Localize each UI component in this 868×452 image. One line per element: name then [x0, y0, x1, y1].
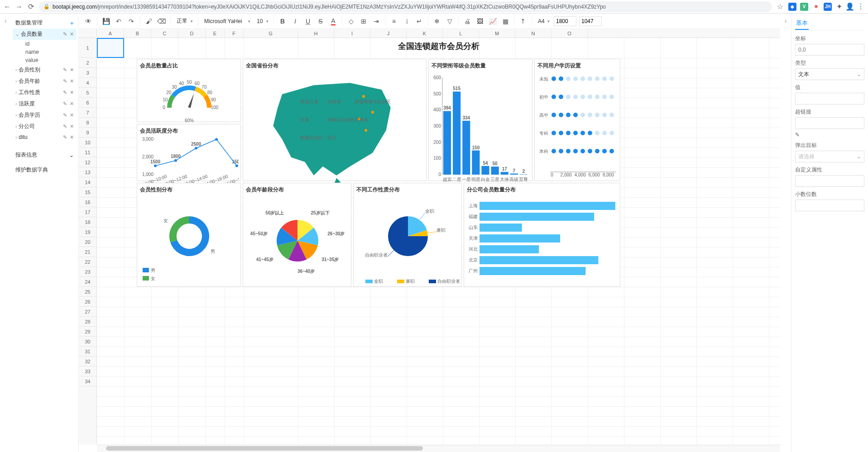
clear-format-icon[interactable]: ⌫ [157, 16, 167, 26]
font-select[interactable]: Microsoft YaHei [202, 16, 252, 26]
row-header[interactable]: 13 [79, 167, 96, 177]
url-bar[interactable]: 🔒 bootapi.jeecg.com/jmreport/index/13398… [39, 1, 772, 12]
col-header[interactable]: H [298, 29, 334, 38]
vue-ext-icon[interactable]: V [800, 3, 808, 11]
row-header[interactable]: 10 [79, 138, 96, 147]
row-header[interactable]: 8 [79, 118, 96, 128]
row-header[interactable]: 18 [79, 217, 96, 227]
dataset-field[interactable]: value [13, 56, 77, 64]
col-header[interactable]: O [551, 29, 588, 38]
row-header[interactable]: 6 [79, 98, 96, 108]
save-icon[interactable]: 💾 [101, 16, 111, 26]
row-header[interactable]: 15 [79, 187, 96, 197]
row-header[interactable]: 25 [79, 287, 96, 297]
font-size-select[interactable]: 10 [254, 16, 270, 26]
row-header[interactable]: 26 [79, 297, 96, 307]
align-v-icon[interactable]: ⫶ [402, 16, 412, 26]
chart-branch[interactable]: 分公司会员数量分布 上海福建山东天津河北北京广州 [464, 183, 620, 287]
row-header[interactable]: 34 [79, 376, 96, 386]
dataset-item[interactable]: ›会员年龄✎✕ [13, 76, 77, 87]
format-painter-icon[interactable]: 🖌 [144, 16, 154, 26]
dataset-item[interactable]: ›会员性别✎✕ [13, 64, 77, 76]
col-header[interactable]: G [244, 29, 298, 38]
fill-color-icon[interactable]: ◇ [346, 16, 356, 26]
edit-link-icon[interactable]: ✎ [795, 132, 864, 138]
collapse-right-icon[interactable]: › [780, 14, 791, 452]
row-header[interactable]: 5 [79, 88, 96, 98]
col-header[interactable]: E [206, 29, 225, 38]
image-icon[interactable]: 🖼 [475, 16, 485, 26]
coord-input[interactable] [795, 44, 864, 56]
col-header[interactable]: M [479, 29, 515, 38]
dataset-field[interactable]: id [13, 40, 77, 48]
row-header[interactable]: 22 [79, 257, 96, 267]
horizontal-scrollbar[interactable] [97, 445, 780, 452]
row-header[interactable]: 9 [79, 128, 96, 138]
row-header[interactable]: 1 [79, 38, 96, 58]
dataset-item-selected[interactable]: ⌄会员数量 ✎✕ [13, 29, 77, 40]
merge-icon[interactable]: ⇥ [371, 16, 381, 26]
page-width-input[interactable] [554, 16, 576, 26]
col-header[interactable]: D [178, 29, 206, 38]
chart-active[interactable]: 会员活跃度分布 1,0002,0003,000150008:00~10:0018… [137, 124, 241, 181]
wrap-icon[interactable]: ↵ [414, 16, 424, 26]
row-header[interactable]: 24 [79, 277, 96, 287]
row-header[interactable]: 2 [79, 58, 96, 68]
spreadsheet-grid[interactable]: ABCDEFGHIJKLMNO 123456789101112131415161… [79, 29, 780, 452]
row-header[interactable]: 29 [79, 327, 96, 337]
profile-icon[interactable]: 👤 [846, 3, 854, 10]
delete-icon[interactable]: ✕ [70, 134, 74, 140]
back-icon[interactable]: ← [4, 3, 11, 10]
col-header[interactable]: J [370, 29, 407, 38]
star-icon[interactable]: ☆ [777, 3, 784, 10]
chart-level[interactable]: 不同荣衔等级会员数量 0100200300400500600394超宾515二星… [428, 59, 532, 181]
ext-icon[interactable]: ◆ [788, 3, 796, 11]
upload-icon[interactable]: ⤒ [518, 16, 528, 26]
target-select[interactable]: 请选择 [795, 151, 864, 162]
row-header[interactable]: 28 [79, 317, 96, 327]
redo-icon[interactable]: ↷ [126, 16, 136, 26]
delete-icon[interactable]: ✕ [70, 67, 74, 73]
italic-icon[interactable]: I [290, 16, 300, 26]
edit-icon[interactable]: ✎ [63, 90, 67, 95]
row-header[interactable]: 11 [79, 147, 96, 157]
align-h-icon[interactable]: ≡ [389, 16, 399, 26]
qrcode-icon[interactable]: ▦ [500, 16, 510, 26]
col-header[interactable]: F [225, 29, 244, 38]
col-header[interactable]: A [97, 29, 124, 38]
delete-icon[interactable]: ✕ [70, 90, 74, 95]
ext-icon[interactable]: ⚛ [812, 3, 820, 11]
row-header[interactable]: 4 [79, 78, 96, 88]
delete-icon[interactable]: ✕ [70, 31, 74, 37]
dataset-item[interactable]: ›会员学历✎✕ [13, 109, 77, 121]
report-info-header[interactable]: 报表信息⌄ [13, 147, 77, 162]
page-height-input[interactable] [579, 16, 602, 26]
chart-age[interactable]: 会员年龄段分布 25岁以下26~30岁31~35岁36~40岁41~45岁45~… [243, 183, 351, 287]
row-header[interactable]: 16 [79, 197, 96, 207]
row-header[interactable]: 21 [79, 247, 96, 257]
row-header[interactable]: 12 [79, 157, 96, 167]
dataset-item[interactable]: ›工作性质✎✕ [13, 87, 77, 98]
chart-gauge[interactable]: 会员总数量占比 010203040506070809010060% [137, 59, 241, 122]
edit-icon[interactable]: ✎ [63, 124, 67, 129]
chart-work[interactable]: 不同工作性质分布 全职兼职自由职业者全职兼职自由职业者 [353, 183, 462, 287]
delete-icon[interactable]: ✕ [70, 112, 74, 118]
collapse-left-icon[interactable]: ‹ [0, 14, 11, 452]
dataset-item[interactable]: ›活跃度✎✕ [13, 98, 77, 109]
delete-icon[interactable]: ✕ [70, 124, 74, 129]
edit-icon[interactable]: ✎ [63, 78, 67, 84]
dataset-item[interactable]: ›分公司✎✕ [13, 121, 77, 132]
grid-corner[interactable] [79, 29, 97, 38]
filter-icon[interactable]: ▽ [445, 16, 455, 26]
row-header[interactable]: 30 [79, 337, 96, 347]
dict-link[interactable]: 维护数据字典 [13, 162, 77, 177]
col-header[interactable]: L [443, 29, 479, 38]
strike-icon[interactable]: S [316, 16, 326, 26]
reload-icon[interactable]: ⟳ [27, 3, 34, 10]
print-icon[interactable]: 🖨 [462, 16, 472, 26]
type-select[interactable]: 文本 [795, 68, 864, 80]
bold-icon[interactable]: B [278, 16, 288, 26]
row-header[interactable]: 27 [79, 307, 96, 317]
col-header[interactable]: B [124, 29, 151, 38]
edit-icon[interactable]: ✎ [63, 112, 67, 118]
